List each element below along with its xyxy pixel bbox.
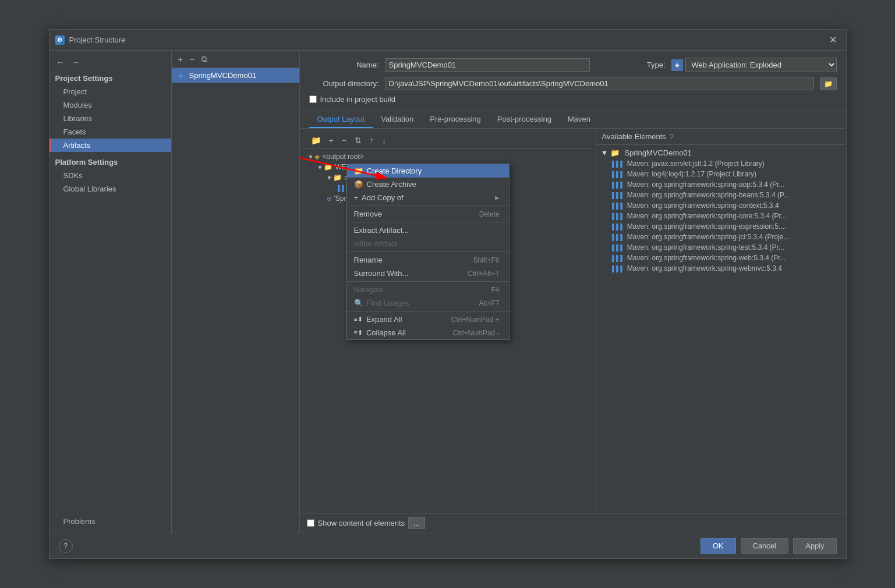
submenu-arrow-icon: ▶ (495, 194, 500, 201)
avail-item-7[interactable]: ▐▐▐ Maven: org.springframework:spring-jc… (599, 232, 844, 242)
sidebar: ← → Project Settings Project Modules Lib… (49, 51, 172, 533)
output-up-btn[interactable]: ↑ (367, 134, 377, 146)
copy-artifact-button[interactable]: ⧉ (199, 53, 210, 65)
include-build-row: Include in project build (309, 95, 837, 104)
ctx-add-copy[interactable]: + Add Copy of ▶ (347, 191, 509, 204)
avail-item-9[interactable]: ▐▐▐ Maven: org.springframework:spring-we… (599, 253, 844, 263)
avail-folder-icon: 📁 (610, 148, 620, 157)
browse-button[interactable]: 📁 (820, 77, 837, 90)
artifact-list-item[interactable]: ◈ SpringMVCDemo01 (172, 68, 299, 83)
tab-postprocessing[interactable]: Post-processing (489, 111, 560, 128)
avail-item-10[interactable]: ▐▐▐ Maven: org.springframework:spring-we… (599, 263, 844, 274)
cancel-button[interactable]: Cancel (741, 538, 788, 554)
available-elements-header: Available Elements ? (596, 129, 846, 145)
output-down-btn[interactable]: ↓ (379, 134, 389, 146)
available-help-icon[interactable]: ? (670, 132, 674, 141)
tree-item-root[interactable]: ▼ ◈ <output root> (306, 151, 590, 162)
avail-item-1[interactable]: ▐▐▐ Maven: log4j:log4j:1.2.17 (Project L… (599, 169, 844, 179)
nav-back-button[interactable]: ← (54, 56, 67, 68)
type-icon: ◈ (671, 59, 683, 71)
avail-item-0[interactable]: ▐▐▐ Maven: javax.servlet:jstl:1.2 (Proje… (599, 158, 844, 169)
ctx-separator-5 (347, 311, 509, 311)
dots-button[interactable]: ... (408, 517, 425, 529)
avail-bars-icon-3: ▐▐▐ (610, 192, 622, 199)
avail-bars-icon-1: ▐▐▐ (610, 171, 622, 178)
show-content-checkbox[interactable] (307, 519, 314, 527)
sidebar-item-sdks[interactable]: SDKs (49, 169, 171, 182)
sidebar-item-modules[interactable]: Modules (49, 98, 171, 112)
add-copy-icon: + (354, 193, 359, 202)
ctx-separator-3 (347, 252, 509, 252)
name-input[interactable] (385, 58, 590, 72)
dialog-footer: ? OK Cancel Apply (49, 533, 846, 558)
output-folder-btn[interactable]: 📁 (308, 134, 324, 146)
title-bar-left: ⚙ Project Structure (55, 36, 126, 45)
avail-bars-icon-6: ▐▐▐ (610, 224, 622, 230)
ctx-separator-1 (347, 206, 509, 206)
sidebar-item-problems[interactable]: Problems (49, 515, 171, 528)
show-content-label[interactable]: Show content of elements (318, 519, 405, 527)
output-sort-btn[interactable]: ⇅ (352, 134, 365, 146)
output-dir-row: Output directory: 📁 (309, 77, 837, 90)
avail-item-4[interactable]: ▐▐▐ Maven: org.springframework:spring-co… (599, 200, 844, 211)
avail-item-5[interactable]: ▐▐▐ Maven: org.springframework:spring-co… (599, 211, 844, 221)
bottom-bar: Show content of elements ... (300, 513, 846, 533)
include-build-checkbox[interactable] (309, 95, 317, 103)
tab-output-layout[interactable]: Output Layout (309, 111, 373, 128)
nav-forward-button[interactable]: → (69, 56, 82, 68)
tab-validation[interactable]: Validation (373, 111, 422, 128)
avail-bars-icon-10: ▐▐▐ (610, 265, 622, 272)
available-list: ▼ 📁 SpringMVCDemo01 ▐▐▐ Maven: javax.ser… (596, 145, 846, 513)
add-artifact-button[interactable]: + (175, 54, 186, 65)
ctx-create-archive[interactable]: 📦 Create Archive (347, 178, 509, 191)
project-structure-dialog: ⚙ Project Structure ✕ ← → Project Settin… (49, 29, 847, 559)
app-icon: ⚙ (55, 36, 65, 45)
avail-item-3[interactable]: ▐▐▐ Maven: org.springframework:spring-be… (599, 190, 844, 200)
ctx-expand-all[interactable]: ≡⬇ Expand All Ctrl+NumPad + (347, 313, 509, 326)
output-remove-btn[interactable]: − (339, 134, 349, 146)
create-archive-icon: 📦 (354, 180, 363, 189)
include-build-label[interactable]: Include in project build (320, 95, 395, 104)
artifact-list-panel: + − ⧉ ◈ SpringMVCDemo01 (172, 51, 300, 533)
type-select[interactable]: Web Application: Exploded (685, 58, 837, 72)
ctx-collapse-all[interactable]: ≡⬆ Collapse All Ctrl+NumPad - (347, 326, 509, 339)
ctx-separator-4 (347, 281, 509, 282)
dialog-title: Project Structure (69, 36, 126, 44)
output-add-btn[interactable]: + (326, 134, 337, 146)
help-button[interactable]: ? (59, 539, 73, 553)
sidebar-item-global-libraries[interactable]: Global Libraries (49, 182, 171, 196)
ctx-separator-2 (347, 222, 509, 222)
find-usages-icon: 🔍 (354, 299, 363, 307)
output-layout-area: 📁 + − ⇅ ↑ ↓ ▼ ◈ <output root> (300, 129, 846, 513)
avail-bars-icon-5: ▐▐▐ (610, 213, 622, 219)
ctx-surround-with[interactable]: Surround With... Ctrl+Alt+T (347, 267, 509, 280)
avail-item-6[interactable]: ▐▐▐ Maven: org.springframework:spring-ex… (599, 221, 844, 232)
name-label: Name: (309, 61, 379, 69)
ctx-remove[interactable]: Remove Delete (347, 207, 509, 221)
ctx-create-directory[interactable]: 📁 Create Directory (347, 164, 509, 178)
sidebar-item-libraries[interactable]: Libraries (49, 112, 171, 125)
close-button[interactable]: ✕ (826, 33, 840, 47)
main-content: ← → Project Settings Project Modules Lib… (49, 51, 846, 533)
form-area: Name: Type: ◈ Web Application: Exploded … (300, 51, 846, 111)
sidebar-item-project[interactable]: Project (49, 85, 171, 98)
tab-preprocessing[interactable]: Pre-processing (422, 111, 489, 128)
type-dropdown-wrapper: ◈ Web Application: Exploded (671, 58, 837, 72)
sidebar-item-facets[interactable]: Facets (49, 125, 171, 139)
sidebar-item-artifacts[interactable]: Artifacts (49, 139, 171, 152)
ok-button[interactable]: OK (701, 538, 736, 554)
tab-maven[interactable]: Maven (560, 111, 599, 128)
avail-item-2[interactable]: ▐▐▐ Maven: org.springframework:spring-ao… (599, 179, 844, 190)
ctx-extract-artifact[interactable]: Extract Artifact... (347, 224, 509, 237)
project-settings-header: Project Settings (49, 69, 171, 85)
apply-button[interactable]: Apply (793, 538, 837, 554)
avail-group-header[interactable]: ▼ 📁 SpringMVCDemo01 (599, 147, 844, 158)
footer-buttons: OK Cancel Apply (701, 538, 837, 554)
artifact-toolbar: + − ⧉ (172, 51, 299, 68)
ctx-rename[interactable]: Rename Shift+F6 (347, 253, 509, 267)
output-dir-input[interactable] (385, 77, 814, 90)
ctx-inline-artifact: Inline Artifact (347, 237, 509, 250)
output-toolbar: 📁 + − ⇅ ↑ ↓ (303, 132, 592, 149)
remove-artifact-button[interactable]: − (187, 54, 197, 65)
avail-item-8[interactable]: ▐▐▐ Maven: org.springframework:spring-te… (599, 242, 844, 253)
